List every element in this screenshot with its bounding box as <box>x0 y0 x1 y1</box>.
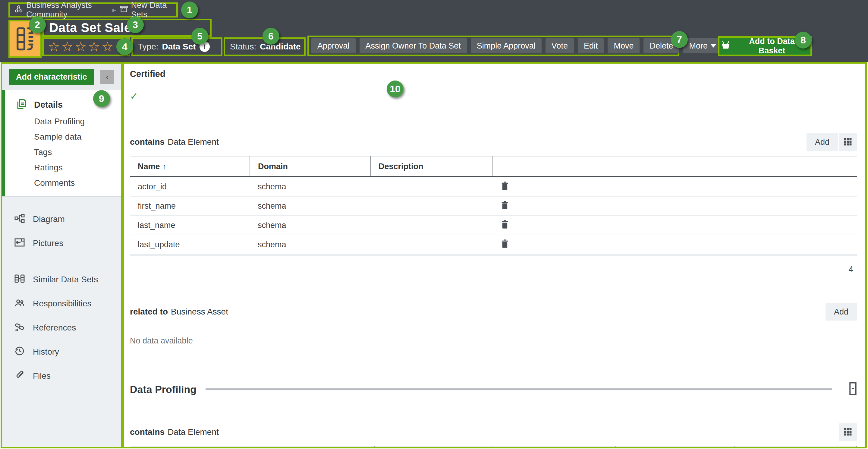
certified-heading: Certified <box>130 69 857 79</box>
sidebar-item-sample-data[interactable]: Sample data <box>2 129 121 144</box>
references-icon <box>14 322 25 334</box>
grid-icon <box>843 427 852 437</box>
sidebar-divider <box>2 260 121 260</box>
page: Business Analysts Community ▸ New Data S… <box>0 0 868 449</box>
page-title-box: Data Set Sales <box>42 19 212 37</box>
breadcrumb-separator-icon: ▸ <box>113 6 116 14</box>
no-data-text: No data available <box>130 336 857 346</box>
move-button[interactable]: Move <box>608 38 640 53</box>
sidebar-item-responsibilities[interactable]: Responsibilities <box>2 292 121 316</box>
star-rating-icons[interactable]: ☆☆☆☆☆ <box>48 40 115 53</box>
grid-view-button[interactable] <box>839 133 857 151</box>
add-data-element-button[interactable]: Add <box>807 133 838 151</box>
active-section-indicator <box>2 90 5 196</box>
collapse-section-icon[interactable] <box>849 382 857 397</box>
contains-data-element-heading: containsData Element <box>130 137 219 147</box>
vote-button[interactable]: Vote <box>546 38 574 53</box>
table-row[interactable]: first_nameschema <box>130 196 857 216</box>
sidebar-item-tags[interactable]: Tags <box>2 144 121 160</box>
edit-button[interactable]: Edit <box>578 38 604 53</box>
data-profiling-heading: Data Profiling <box>130 384 196 395</box>
section-divider <box>206 388 832 390</box>
certified-check-icon: ✓ <box>130 90 857 102</box>
table-footer-bar <box>130 254 857 256</box>
annotation-circle-2: 2 <box>29 16 46 33</box>
sidebar-item-ratings[interactable]: Ratings <box>2 160 121 175</box>
responsibilities-icon <box>14 297 25 310</box>
sort-asc-icon: ↑ <box>162 162 166 171</box>
sidebar-item-data-profiling[interactable]: Data Profiling <box>2 114 121 129</box>
asset-type: Type: Data Set i <box>131 37 222 56</box>
details-icon <box>16 98 27 111</box>
status-label: Status: <box>230 42 256 52</box>
row-count: 4 <box>130 265 853 274</box>
annotation-circle-5: 5 <box>191 28 208 44</box>
main-content: Certified ✓ containsData Element Add <box>122 62 867 448</box>
pictures-icon <box>14 237 25 250</box>
sidebar-item-references[interactable]: References <box>2 316 121 340</box>
annotation-circle-9: 9 <box>93 90 110 107</box>
basket-icon <box>721 41 730 52</box>
add-related-button[interactable]: Add <box>826 303 857 321</box>
type-label: Type: <box>138 42 158 52</box>
sidebar-item-label: Details <box>34 100 63 110</box>
breadcrumb: Business Analysts Community ▸ New Data S… <box>8 2 178 18</box>
related-to-heading: related toBusiness Asset <box>130 307 228 317</box>
sidebar-item-similar-data-sets[interactable]: Similar Data Sets <box>2 267 121 292</box>
domain-icon <box>120 5 128 16</box>
sidebar-item-comments[interactable]: Comments <box>2 175 121 190</box>
more-button[interactable]: More <box>683 38 722 53</box>
trash-icon[interactable] <box>501 181 509 192</box>
grid-icon <box>843 137 852 147</box>
annotation-circle-8: 8 <box>795 32 812 49</box>
type-value: Data Set <box>162 42 195 52</box>
trash-icon[interactable] <box>501 201 509 212</box>
sidebar-item-diagram[interactable]: Diagram <box>2 207 121 231</box>
annotation-circle-4: 4 <box>116 38 133 55</box>
sidebar-item-pictures[interactable]: Pictures <box>2 231 121 256</box>
simple-approval-button[interactable]: Simple Approval <box>471 38 541 53</box>
action-toolbar: Approval Assign Owner To Data Set Simple… <box>307 36 679 56</box>
column-header-name[interactable]: Name↑ <box>130 447 249 448</box>
table-row[interactable]: actor_idschema <box>130 177 857 196</box>
annotation-circle-6: 6 <box>262 28 279 44</box>
column-header-empty-values[interactable]: Empty Values Count <box>492 447 616 448</box>
sidebar-item-files[interactable]: Files <box>2 364 121 388</box>
annotation-circle-7: 7 <box>671 31 688 48</box>
column-header-chart[interactable]: Chart <box>735 447 857 448</box>
sidebar-top-bar: Add characteristic ‹ <box>2 64 121 90</box>
trash-icon[interactable] <box>501 239 509 250</box>
trash-icon[interactable] <box>501 220 509 231</box>
sidebar: Add characteristic ‹ Details Data Profil… <box>1 62 122 448</box>
status-value: Candidate <box>260 42 301 52</box>
community-icon <box>14 4 23 16</box>
chevron-down-icon <box>711 44 716 48</box>
contains-table: Name↑ Domain Description actor_idschema … <box>130 156 857 255</box>
table-row[interactable]: last_nameschema <box>130 216 857 235</box>
similar-data-sets-icon <box>14 273 25 286</box>
page-title: Data Set Sales <box>49 21 138 35</box>
column-header-domain[interactable]: Domain <box>250 156 370 177</box>
column-header-actions <box>493 156 857 177</box>
approval-button[interactable]: Approval <box>311 38 355 53</box>
files-icon <box>14 370 25 383</box>
contains-data-element-heading-2: containsData Element <box>130 427 219 437</box>
table-row[interactable]: last_updateschema <box>130 235 857 254</box>
annotation-circle-1: 1 <box>181 1 198 19</box>
sidebar-collapse-button[interactable]: ‹ <box>100 70 114 84</box>
add-characteristic-button[interactable]: Add characteristic <box>9 69 94 85</box>
profiling-table: Name↑ Data Type Row Count Empty Values C… <box>130 446 857 448</box>
column-header-name[interactable]: Name↑ <box>130 156 250 177</box>
column-header-distinct-values[interactable]: Number of distinct values <box>616 447 735 448</box>
annotation-circle-10: 10 <box>387 81 404 97</box>
annotation-circle-3: 3 <box>127 16 144 33</box>
column-header-row-count[interactable]: Row Count <box>375 447 492 448</box>
history-icon <box>14 346 25 359</box>
column-header-data-type[interactable]: Data Type <box>249 447 375 448</box>
column-header-description[interactable]: Description <box>370 156 493 177</box>
sidebar-item-history[interactable]: History <box>2 340 121 364</box>
diagram-icon <box>14 213 25 226</box>
assign-owner-button[interactable]: Assign Owner To Data Set <box>360 38 467 53</box>
grid-view-button-2[interactable] <box>839 423 857 441</box>
sidebar-lower: Diagram Pictures <box>2 196 121 447</box>
